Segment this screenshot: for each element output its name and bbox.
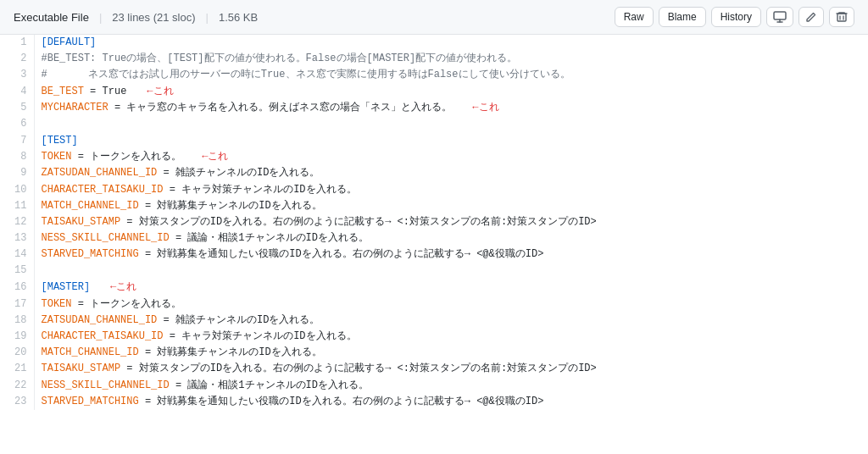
table-row: 14STARVED_MATCHING = 対戦募集を通知したい役職のIDを入れる… [0,246,868,263]
display-icon[interactable] [766,7,793,27]
line-number: 1 [0,35,34,51]
line-number: 4 [0,84,34,100]
line-number: 19 [0,329,34,345]
file-header: Executable File | 23 lines (21 sloc) | 1… [0,0,868,35]
table-row: 2#BE_TEST: Trueの場合、[TEST]配下の値が使われる。False… [0,51,868,67]
line-code: ZATSUDAN_CHANNEL_ID = 雑談チャンネルのIDを入れる。 [34,313,868,329]
line-number: 3 [0,67,34,83]
line-number: 23 [0,394,34,410]
line-number: 18 [0,313,34,329]
lines-info: 23 lines (21 sloc) [112,11,195,24]
line-code: MATCH_CHANNEL_ID = 対戦募集チャンネルのIDを入れる。 [34,345,868,361]
file-size: 1.56 KB [219,11,258,24]
svg-rect-0 [774,12,786,19]
line-number: 14 [0,246,34,263]
line-number: 12 [0,214,34,230]
table-row: 10CHARACTER_TAISAKU_ID = キャラ対策チャンネルのIDを入… [0,182,868,198]
line-code: BE_TEST = True ←これ [34,84,868,100]
file-meta: Executable File | 23 lines (21 sloc) | 1… [14,11,258,24]
table-row: 17TOKEN = トークンを入れる。 [0,296,868,313]
line-code: NESS_SKILL_CHANNEL_ID = 議論・相談1チャンネルのIDを入… [34,230,868,246]
table-row: 22NESS_SKILL_CHANNEL_ID = 議論・相談1チャンネルのID… [0,378,868,394]
line-code: CHARACTER_TAISAKU_ID = キャラ対策チャンネルのIDを入れる… [34,329,868,345]
table-row: 18ZATSUDAN_CHANNEL_ID = 雑談チャンネルのIDを入れる。 [0,313,868,329]
table-row: 6 [0,116,868,133]
line-number: 11 [0,198,34,214]
table-row: 8TOKEN = トークンを入れる。 ←これ [0,149,868,165]
line-code: TAISAKU_STAMP = 対策スタンプのIDを入れる。右の例のように記載す… [34,214,868,230]
delete-icon[interactable] [829,7,854,27]
line-code: ZATSUDAN_CHANNEL_ID = 雑談チャンネルのIDを入れる。 [34,165,868,181]
line-code: CHARACTER_TAISAKU_ID = キャラ対策チャンネルのIDを入れる… [34,182,868,198]
line-number: 2 [0,51,34,67]
raw-button[interactable]: Raw [615,7,654,27]
line-number: 20 [0,345,34,361]
divider2: | [206,11,209,24]
history-button[interactable]: History [711,7,761,27]
line-code: NESS_SKILL_CHANNEL_ID = 議論・相談1チャンネルのIDを入… [34,378,868,394]
line-number: 5 [0,100,34,116]
line-code: #BE_TEST: Trueの場合、[TEST]配下の値が使われる。Falseの… [34,51,868,67]
table-row: 1[DEFAULT] [0,35,868,51]
table-row: 9ZATSUDAN_CHANNEL_ID = 雑談チャンネルのIDを入れる。 [0,165,868,181]
line-code: STARVED_MATCHING = 対戦募集を通知したい役職のIDを入れる。右… [34,246,868,263]
svg-rect-3 [837,14,846,21]
table-row: 23STARVED_MATCHING = 対戦募集を通知したい役職のIDを入れる… [0,394,868,410]
line-number: 15 [0,263,34,280]
line-code [34,263,868,280]
table-row: 19CHARACTER_TAISAKU_ID = キャラ対策チャンネルのIDを入… [0,329,868,345]
line-number: 9 [0,165,34,181]
line-number: 10 [0,182,34,198]
exec-badge: Executable File [14,11,89,24]
line-code: TAISAKU_STAMP = 対策スタンプのIDを入れる。右の例のように記載す… [34,361,868,377]
line-code: TOKEN = トークンを入れる。 [34,296,868,313]
table-row: 11MATCH_CHANNEL_ID = 対戦募集チャンネルのIDを入れる。 [0,198,868,214]
line-number: 17 [0,296,34,313]
table-row: 20MATCH_CHANNEL_ID = 対戦募集チャンネルのIDを入れる。 [0,345,868,361]
table-row: 4BE_TEST = True ←これ [0,84,868,100]
line-code: [TEST] [34,133,868,149]
line-code [34,116,868,133]
code-area: 1[DEFAULT]2#BE_TEST: Trueの場合、[TEST]配下の値が… [0,35,868,410]
code-table: 1[DEFAULT]2#BE_TEST: Trueの場合、[TEST]配下の値が… [0,35,868,410]
line-number: 16 [0,280,34,296]
table-row: 13NESS_SKILL_CHANNEL_ID = 議論・相談1チャンネルのID… [0,230,868,246]
line-code: [DEFAULT] [34,35,868,51]
table-row: 3# ネス窓ではお試し用のサーバーの時にTrue、ネス窓で実際に使用する時はFa… [0,67,868,83]
line-code: MATCH_CHANNEL_ID = 対戦募集チャンネルのIDを入れる。 [34,198,868,214]
table-row: 15 [0,263,868,280]
line-code: [MASTER] ←これ [34,280,868,296]
table-row: 7[TEST] [0,133,868,149]
blame-button[interactable]: Blame [659,7,706,27]
table-row: 21TAISAKU_STAMP = 対策スタンプのIDを入れる。右の例のように記… [0,361,868,377]
line-number: 7 [0,133,34,149]
line-code: # ネス窓ではお試し用のサーバーの時にTrue、ネス窓で実際に使用する時はFal… [34,67,868,83]
line-code: TOKEN = トークンを入れる。 ←これ [34,149,868,165]
edit-icon[interactable] [798,7,824,27]
line-number: 13 [0,230,34,246]
line-number: 8 [0,149,34,165]
file-actions: Raw Blame History [615,7,854,27]
line-number: 22 [0,378,34,394]
table-row: 16[MASTER] ←これ [0,280,868,296]
line-number: 21 [0,361,34,377]
table-row: 12TAISAKU_STAMP = 対策スタンプのIDを入れる。右の例のように記… [0,214,868,230]
line-number: 6 [0,116,34,133]
divider: | [99,11,102,24]
table-row: 5MYCHARACTER = キャラ窓のキャラ名を入れる。例えばネス窓の場合「ネ… [0,100,868,116]
line-code: MYCHARACTER = キャラ窓のキャラ名を入れる。例えばネス窓の場合「ネス… [34,100,868,116]
line-code: STARVED_MATCHING = 対戦募集を通知したい役職のIDを入れる。右… [34,394,868,410]
